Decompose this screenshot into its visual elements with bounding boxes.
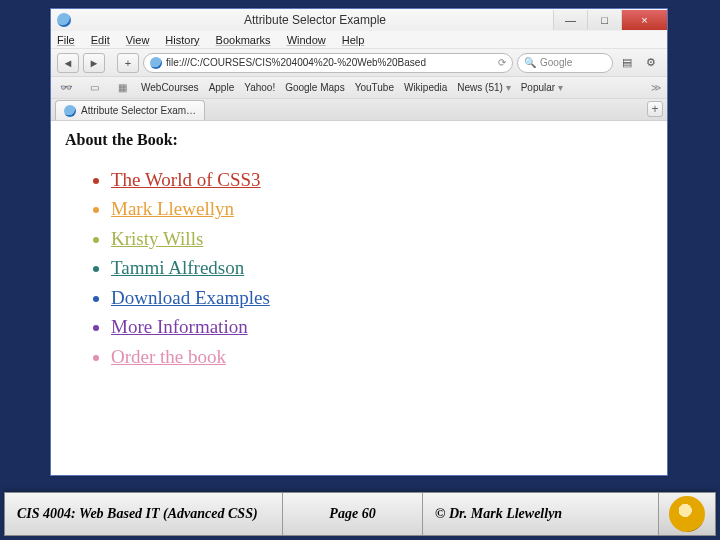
menu-history[interactable]: History — [165, 34, 199, 46]
search-placeholder: Google — [540, 57, 572, 68]
minimize-button[interactable]: — — [553, 10, 587, 30]
page-heading: About the Book: — [65, 131, 653, 149]
menubar: File Edit View History Bookmarks Window … — [51, 31, 667, 49]
search-icon: 🔍 — [524, 57, 536, 68]
window-favicon — [57, 13, 71, 27]
link-tammi-alfredson[interactable]: Tammi Alfredson — [111, 253, 653, 282]
restore-button[interactable]: □ — [587, 10, 621, 30]
browser-window: Attribute Selector Example — □ × File Ed… — [50, 8, 668, 476]
page-content: About the Book: The World of CSS3 Mark L… — [51, 121, 667, 475]
menu-window[interactable]: Window — [287, 34, 326, 46]
footer-course: CIS 4004: Web Based IT (Advanced CSS) — [5, 493, 283, 535]
window-buttons: — □ × — [553, 10, 667, 30]
address-bar[interactable]: file:///C:/COURSES/CIS%204004%20-%20Web%… — [143, 53, 513, 73]
bookmark-overflow-icon[interactable]: ≫ — [651, 82, 661, 93]
slide-footer: CIS 4004: Web Based IT (Advanced CSS) Pa… — [4, 492, 716, 536]
bm-webcourses[interactable]: WebCourses — [141, 82, 199, 93]
glasses-icon[interactable]: 👓 — [57, 80, 75, 96]
tab-label: Attribute Selector Exam… — [81, 105, 196, 116]
chevron-down-icon: ▾ — [506, 82, 511, 93]
tab-bar: Attribute Selector Exam… + — [51, 99, 667, 121]
page-icon[interactable]: ▤ — [617, 53, 637, 73]
bm-googlemaps[interactable]: Google Maps — [285, 82, 344, 93]
bm-apple[interactable]: Apple — [209, 82, 235, 93]
chevron-down-icon: ▾ — [558, 82, 563, 93]
bm-news-label: News (51) — [457, 82, 503, 93]
add-bookmark-button[interactable]: + — [117, 53, 139, 73]
link-world-of-css3[interactable]: The World of CSS3 — [111, 165, 653, 194]
address-favicon — [150, 57, 162, 69]
menu-bookmarks[interactable]: Bookmarks — [216, 34, 271, 46]
address-url: file:///C:/COURSES/CIS%204004%20-%20Web%… — [166, 57, 426, 68]
ucf-logo — [663, 494, 711, 534]
titlebar: Attribute Selector Example — □ × — [51, 9, 667, 31]
settings-gear-icon[interactable]: ⚙ — [641, 53, 661, 73]
bm-youtube[interactable]: YouTube — [355, 82, 394, 93]
close-button[interactable]: × — [621, 10, 667, 30]
footer-author: © Dr. Mark Llewellyn — [423, 493, 659, 535]
bm-yahoo[interactable]: Yahoo! — [244, 82, 275, 93]
link-order-the-book[interactable]: Order the book — [111, 342, 653, 371]
topsites-icon[interactable]: ▦ — [113, 80, 131, 96]
bm-news[interactable]: News (51) ▾ — [457, 82, 510, 93]
reader-icon[interactable]: ▭ — [85, 80, 103, 96]
menu-help[interactable]: Help — [342, 34, 365, 46]
menu-edit[interactable]: Edit — [91, 34, 110, 46]
bookmark-bar: 👓 ▭ ▦ WebCourses Apple Yahoo! Google Map… — [51, 77, 667, 99]
new-tab-button[interactable]: + — [647, 101, 663, 117]
reload-icon[interactable]: ⟳ — [498, 57, 506, 68]
footer-page: Page 60 — [283, 493, 423, 535]
link-kristy-wills[interactable]: Kristy Wills — [111, 224, 653, 253]
menu-view[interactable]: View — [126, 34, 150, 46]
link-list: The World of CSS3 Mark Llewellyn Kristy … — [111, 165, 653, 371]
tab-favicon — [64, 105, 76, 117]
bm-popular[interactable]: Popular ▾ — [521, 82, 563, 93]
link-mark-llewellyn[interactable]: Mark Llewellyn — [111, 194, 653, 223]
window-title: Attribute Selector Example — [77, 13, 553, 27]
link-download-examples[interactable]: Download Examples — [111, 283, 653, 312]
search-box[interactable]: 🔍 Google — [517, 53, 613, 73]
back-button[interactable]: ◄ — [57, 53, 79, 73]
pegasus-icon — [669, 496, 705, 532]
forward-button[interactable]: ► — [83, 53, 105, 73]
nav-toolbar: ◄ ► + file:///C:/COURSES/CIS%204004%20-%… — [51, 49, 667, 77]
bm-wikipedia[interactable]: Wikipedia — [404, 82, 447, 93]
menu-file[interactable]: File — [57, 34, 75, 46]
link-more-information[interactable]: More Information — [111, 312, 653, 341]
tab-attribute-selector[interactable]: Attribute Selector Exam… — [55, 100, 205, 120]
bm-popular-label: Popular — [521, 82, 555, 93]
